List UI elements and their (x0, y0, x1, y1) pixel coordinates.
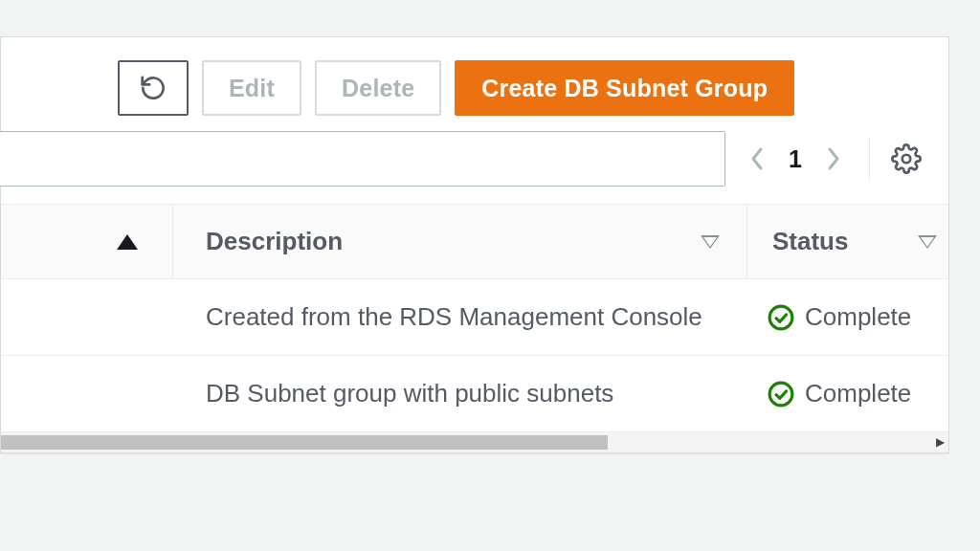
svg-point-1 (769, 306, 792, 329)
column-header-description[interactable]: Description (173, 205, 747, 278)
horizontal-scrollbar[interactable]: ▶ (1, 431, 948, 452)
page-number: 1 (789, 145, 802, 173)
cell-status: Complete (747, 379, 948, 408)
column-label: Description (206, 227, 343, 256)
page-next-button[interactable] (819, 140, 848, 178)
subnet-groups-panel: Edit Delete Create DB Subnet Group 1 (0, 36, 949, 453)
cell-description: DB Subnet group with public subnets (173, 379, 747, 408)
settings-button[interactable] (891, 143, 922, 174)
refresh-icon (139, 74, 167, 102)
svg-point-2 (769, 383, 792, 406)
svg-point-0 (902, 155, 911, 164)
check-circle-icon (767, 303, 795, 332)
cell-description: Created from the RDS Management Console (173, 302, 747, 332)
column-label: Status (772, 227, 848, 256)
page-prev-button[interactable] (743, 140, 771, 178)
refresh-button[interactable] (118, 60, 189, 116)
chevron-left-icon (749, 145, 765, 172)
table-row[interactable]: DB Subnet group with public subnets Comp… (1, 355, 948, 431)
status-text: Complete (805, 379, 911, 408)
delete-button[interactable]: Delete (315, 60, 441, 116)
search-pagination-row: 1 (1, 127, 948, 204)
chevron-right-icon (826, 145, 841, 172)
cell-status: Complete (747, 302, 948, 332)
scrollbar-thumb[interactable] (1, 435, 608, 450)
pagination: 1 (743, 140, 848, 178)
column-header-status[interactable]: Status (747, 205, 948, 278)
sort-indicator-icon (701, 235, 720, 249)
table-header: Description Status (1, 204, 948, 278)
table-row[interactable]: Created from the RDS Management Console … (1, 278, 948, 355)
sort-indicator-icon (918, 235, 937, 249)
divider (869, 138, 870, 180)
status-text: Complete (805, 302, 911, 332)
column-sort-indicator[interactable] (1, 205, 173, 278)
filter-input[interactable] (0, 131, 725, 187)
create-subnet-group-button[interactable]: Create DB Subnet Group (455, 60, 794, 116)
scroll-right-icon[interactable]: ▶ (936, 435, 945, 449)
check-circle-icon (767, 380, 795, 408)
sort-asc-icon (117, 234, 138, 250)
edit-button[interactable]: Edit (202, 60, 301, 116)
gear-icon (891, 143, 922, 174)
action-toolbar: Edit Delete Create DB Subnet Group (1, 37, 948, 127)
